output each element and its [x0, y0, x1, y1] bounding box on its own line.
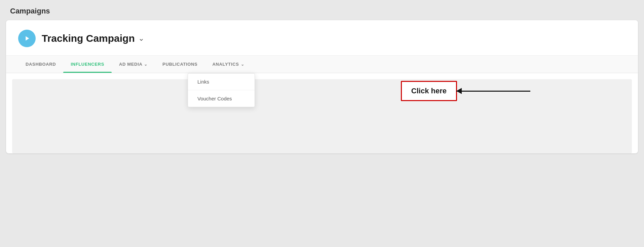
- campaign-chevron-down-icon[interactable]: ⌄: [138, 34, 144, 43]
- content-area: [12, 79, 632, 153]
- ad-media-chevron-icon: ⌄: [144, 62, 148, 67]
- annotation-arrow: [456, 91, 530, 92]
- campaign-play-icon: [18, 30, 36, 47]
- campaign-name: Tracking Campaign: [42, 33, 135, 44]
- tab-analytics[interactable]: ANALYTICS ⌄: [205, 56, 252, 73]
- campaign-name-row: Tracking Campaign ⌄: [42, 33, 144, 44]
- annotation-wrapper: Click here: [401, 81, 530, 101]
- campaign-header: Tracking Campaign ⌄: [6, 20, 638, 56]
- tab-dashboard[interactable]: DASHBOARD: [18, 56, 63, 73]
- tabs-bar: DASHBOARD INFLUENCERS AD MEDIA ⌄ PUBLICA…: [6, 56, 638, 73]
- click-here-annotation[interactable]: Click here: [401, 81, 457, 101]
- tab-publications[interactable]: PUBLICATIONS: [155, 56, 205, 73]
- page-title: Campaigns: [10, 7, 634, 16]
- dropdown-item-links[interactable]: Links: [188, 73, 255, 90]
- analytics-chevron-icon: ⌄: [241, 62, 244, 67]
- tab-ad-media[interactable]: AD MEDIA ⌄: [112, 56, 155, 73]
- dropdown-item-voucher-codes[interactable]: Voucher Codes: [188, 90, 255, 107]
- campaign-card: Tracking Campaign ⌄ DASHBOARD INFLUENCER…: [6, 20, 638, 153]
- ad-media-dropdown: Links Voucher Codes: [188, 73, 255, 107]
- tab-influencers[interactable]: INFLUENCERS: [63, 56, 112, 73]
